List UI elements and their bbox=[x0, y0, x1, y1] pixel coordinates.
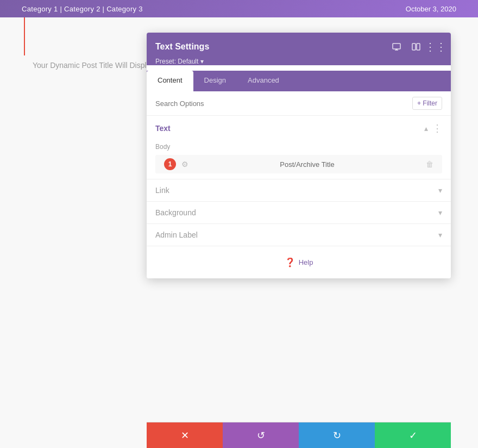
link-section-title: Link bbox=[155, 186, 169, 195]
link-section-header[interactable]: Link ▾ bbox=[147, 179, 451, 201]
cancel-button[interactable]: ✕ bbox=[147, 422, 223, 448]
background-section: Background ▾ bbox=[147, 202, 451, 224]
field-delete-icon[interactable]: 🗑 bbox=[426, 160, 433, 169]
background-section-header[interactable]: Background ▾ bbox=[147, 202, 451, 223]
text-section-actions: ▴ ⋮ bbox=[424, 122, 442, 134]
field-number-badge: 1 bbox=[164, 158, 176, 170]
text-section-header[interactable]: Text ▴ ⋮ bbox=[147, 116, 451, 141]
text-section-title: Text bbox=[155, 124, 171, 133]
settings-panel: Text Settings ⋮ P bbox=[147, 33, 451, 278]
body-label: Body bbox=[147, 141, 451, 155]
svg-rect-0 bbox=[393, 43, 400, 49]
panel-tabs: Content Design Advanced bbox=[147, 71, 451, 91]
columns-icon[interactable] bbox=[410, 40, 423, 53]
admin-label-section-header[interactable]: Admin Label ▾ bbox=[147, 224, 451, 246]
search-input[interactable] bbox=[155, 99, 412, 108]
save-button[interactable]: ✓ bbox=[375, 422, 451, 448]
svg-rect-3 bbox=[412, 43, 416, 50]
link-section: Link ▾ bbox=[147, 179, 451, 202]
background-chevron-icon: ▾ bbox=[438, 208, 442, 217]
background-section-title: Background bbox=[155, 208, 196, 217]
arrow-indicator bbox=[22, 12, 27, 55]
panel-title: Text Settings bbox=[155, 42, 209, 52]
field-gear-icon[interactable]: ⚙ bbox=[181, 160, 188, 169]
tab-content[interactable]: Content bbox=[147, 71, 193, 91]
top-bar-categories: Category 1 | Category 2 | Category 3 bbox=[22, 5, 143, 13]
field-name-label: Post/Archive Title bbox=[194, 160, 420, 169]
admin-label-chevron-icon: ▾ bbox=[438, 231, 442, 239]
panel-header: Text Settings ⋮ P bbox=[147, 33, 451, 65]
tab-design[interactable]: Design bbox=[193, 71, 237, 91]
screen-icon[interactable] bbox=[390, 40, 403, 53]
panel-footer: ✕ ↺ ↻ ✓ bbox=[147, 422, 451, 448]
text-section-more-icon[interactable]: ⋮ bbox=[432, 122, 442, 134]
top-bar-date: October 3, 2020 bbox=[406, 5, 456, 13]
search-bar: + Filter bbox=[147, 91, 451, 116]
reset-button[interactable]: ↺ bbox=[223, 422, 299, 448]
filter-button[interactable]: + Filter bbox=[412, 97, 442, 110]
panel-preset[interactable]: Preset: Default ▾ bbox=[155, 58, 442, 65]
panel-body: + Filter Text ▴ ⋮ Body 1 ⚙ Post/Archive … bbox=[147, 91, 451, 278]
text-section: Text ▴ ⋮ Body 1 ⚙ Post/Archive Title 🗑 bbox=[147, 116, 451, 179]
help-icon: ❓ bbox=[285, 257, 295, 267]
panel-header-top: Text Settings ⋮ bbox=[155, 40, 442, 53]
admin-label-section-title: Admin Label bbox=[155, 231, 198, 239]
more-options-icon[interactable]: ⋮ bbox=[429, 40, 442, 53]
redo-button[interactable]: ↻ bbox=[299, 422, 375, 448]
help-section: ❓ Help bbox=[147, 246, 451, 278]
tab-advanced[interactable]: Advanced bbox=[237, 71, 290, 91]
admin-label-section: Admin Label ▾ bbox=[147, 224, 451, 246]
link-chevron-icon: ▾ bbox=[438, 186, 442, 195]
top-bar: Category 1 | Category 2 | Category 3 Oct… bbox=[0, 0, 478, 17]
help-link[interactable]: Help bbox=[299, 258, 313, 266]
panel-header-icons: ⋮ bbox=[390, 40, 442, 53]
chevron-up-icon: ▴ bbox=[424, 124, 428, 133]
svg-rect-4 bbox=[417, 43, 420, 50]
dynamic-field-row: 1 ⚙ Post/Archive Title 🗑 bbox=[155, 155, 442, 173]
